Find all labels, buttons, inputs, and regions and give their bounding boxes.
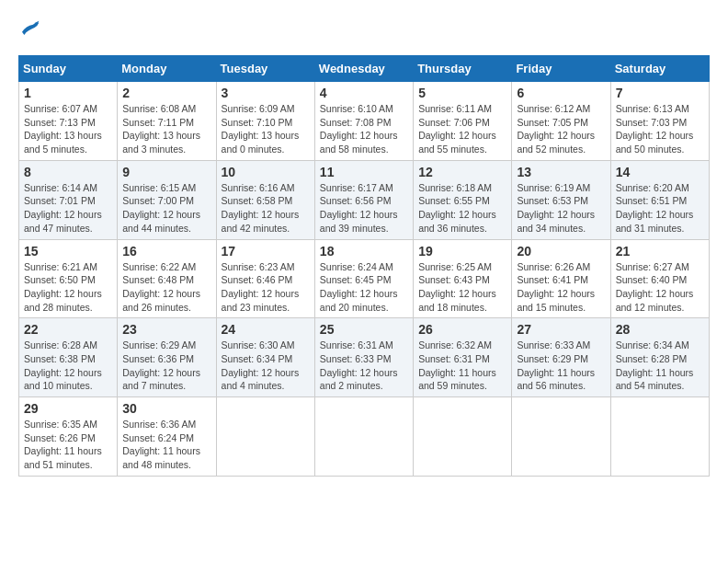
day-info: Sunrise: 6:35 AM Sunset: 6:26 PM Dayligh…	[24, 418, 112, 472]
day-info: Sunrise: 6:12 AM Sunset: 7:05 PM Dayligh…	[517, 102, 605, 156]
calendar-table: SundayMondayTuesdayWednesdayThursdayFrid…	[18, 55, 710, 477]
calendar-day-8: 8 Sunrise: 6:14 AM Sunset: 7:01 PM Dayli…	[19, 160, 118, 239]
day-number: 5	[418, 86, 506, 100]
day-number: 6	[517, 86, 605, 100]
day-number: 25	[320, 322, 408, 337]
day-number: 3	[222, 86, 310, 100]
day-info: Sunrise: 6:11 AM Sunset: 7:06 PM Dayligh…	[418, 102, 506, 156]
logo-icon	[18, 18, 40, 40]
day-number: 7	[616, 86, 704, 100]
calendar-week-4: 22 Sunrise: 6:28 AM Sunset: 6:38 PM Dayl…	[19, 318, 710, 397]
calendar-day-19: 19 Sunrise: 6:25 AM Sunset: 6:43 PM Dayl…	[414, 239, 512, 318]
day-info: Sunrise: 6:24 AM Sunset: 6:45 PM Dayligh…	[320, 260, 408, 315]
calendar-day-15: 15 Sunrise: 6:21 AM Sunset: 6:50 PM Dayl…	[19, 239, 118, 318]
day-info: Sunrise: 6:09 AM Sunset: 7:10 PM Dayligh…	[222, 102, 310, 156]
calendar-day-6: 6 Sunrise: 6:12 AM Sunset: 7:05 PM Dayli…	[512, 82, 610, 161]
calendar-day-13: 13 Sunrise: 6:19 AM Sunset: 6:53 PM Dayl…	[512, 160, 610, 239]
calendar-week-5: 29 Sunrise: 6:35 AM Sunset: 6:26 PM Dayl…	[19, 397, 710, 477]
weekday-header-monday: Monday	[118, 56, 216, 82]
calendar-day-16: 16 Sunrise: 6:22 AM Sunset: 6:48 PM Dayl…	[118, 239, 216, 318]
calendar-week-2: 8 Sunrise: 6:14 AM Sunset: 7:01 PM Dayli…	[19, 160, 710, 239]
day-number: 30	[122, 401, 210, 416]
day-info: Sunrise: 6:21 AM Sunset: 6:50 PM Dayligh…	[24, 260, 112, 315]
empty-cell	[414, 397, 512, 477]
calendar-day-26: 26 Sunrise: 6:32 AM Sunset: 6:31 PM Dayl…	[414, 318, 512, 397]
calendar-day-25: 25 Sunrise: 6:31 AM Sunset: 6:33 PM Dayl…	[314, 318, 413, 397]
day-number: 23	[122, 322, 210, 337]
calendar-day-7: 7 Sunrise: 6:13 AM Sunset: 7:03 PM Dayli…	[610, 82, 709, 161]
calendar-day-10: 10 Sunrise: 6:16 AM Sunset: 6:58 PM Dayl…	[216, 160, 314, 239]
day-number: 1	[24, 86, 112, 100]
calendar-day-20: 20 Sunrise: 6:26 AM Sunset: 6:41 PM Dayl…	[512, 239, 610, 318]
weekday-header-saturday: Saturday	[610, 56, 709, 82]
empty-cell	[610, 397, 709, 477]
day-number: 9	[122, 165, 210, 179]
weekday-header-thursday: Thursday	[414, 56, 512, 82]
day-info: Sunrise: 6:36 AM Sunset: 6:24 PM Dayligh…	[122, 418, 210, 472]
weekday-header-wednesday: Wednesday	[314, 56, 413, 82]
calendar-day-24: 24 Sunrise: 6:30 AM Sunset: 6:34 PM Dayl…	[216, 318, 314, 397]
calendar-week-3: 15 Sunrise: 6:21 AM Sunset: 6:50 PM Dayl…	[19, 239, 710, 318]
day-number: 8	[24, 165, 112, 179]
day-number: 21	[616, 244, 704, 259]
day-number: 20	[517, 244, 605, 259]
calendar-day-14: 14 Sunrise: 6:20 AM Sunset: 6:51 PM Dayl…	[610, 160, 709, 239]
day-number: 11	[320, 165, 408, 179]
weekday-header-tuesday: Tuesday	[216, 56, 314, 82]
day-info: Sunrise: 6:10 AM Sunset: 7:08 PM Dayligh…	[320, 102, 408, 156]
day-info: Sunrise: 6:16 AM Sunset: 6:58 PM Dayligh…	[222, 181, 310, 236]
day-number: 27	[517, 322, 605, 337]
day-info: Sunrise: 6:07 AM Sunset: 7:13 PM Dayligh…	[24, 102, 112, 156]
day-info: Sunrise: 6:27 AM Sunset: 6:40 PM Dayligh…	[616, 260, 704, 315]
calendar-day-1: 1 Sunrise: 6:07 AM Sunset: 7:13 PM Dayli…	[19, 82, 118, 161]
logo	[18, 18, 44, 40]
calendar-day-3: 3 Sunrise: 6:09 AM Sunset: 7:10 PM Dayli…	[216, 82, 314, 161]
day-info: Sunrise: 6:23 AM Sunset: 6:46 PM Dayligh…	[222, 260, 310, 315]
day-info: Sunrise: 6:26 AM Sunset: 6:41 PM Dayligh…	[517, 260, 605, 315]
day-info: Sunrise: 6:29 AM Sunset: 6:36 PM Dayligh…	[122, 339, 210, 393]
day-info: Sunrise: 6:32 AM Sunset: 6:31 PM Dayligh…	[418, 339, 506, 393]
calendar-day-12: 12 Sunrise: 6:18 AM Sunset: 6:55 PM Dayl…	[414, 160, 512, 239]
empty-cell	[216, 397, 314, 477]
calendar-day-30: 30 Sunrise: 6:36 AM Sunset: 6:24 PM Dayl…	[118, 397, 216, 477]
day-number: 2	[122, 86, 210, 100]
day-info: Sunrise: 6:13 AM Sunset: 7:03 PM Dayligh…	[616, 102, 704, 156]
calendar-day-9: 9 Sunrise: 6:15 AM Sunset: 7:00 PM Dayli…	[118, 160, 216, 239]
day-info: Sunrise: 6:30 AM Sunset: 6:34 PM Dayligh…	[222, 339, 310, 393]
day-info: Sunrise: 6:18 AM Sunset: 6:55 PM Dayligh…	[418, 181, 506, 236]
day-number: 24	[222, 322, 310, 337]
calendar-day-2: 2 Sunrise: 6:08 AM Sunset: 7:11 PM Dayli…	[118, 82, 216, 161]
day-info: Sunrise: 6:34 AM Sunset: 6:28 PM Dayligh…	[616, 339, 704, 393]
calendar-day-5: 5 Sunrise: 6:11 AM Sunset: 7:06 PM Dayli…	[414, 82, 512, 161]
empty-cell	[314, 397, 413, 477]
calendar-day-18: 18 Sunrise: 6:24 AM Sunset: 6:45 PM Dayl…	[314, 239, 413, 318]
day-number: 14	[616, 165, 704, 179]
day-info: Sunrise: 6:19 AM Sunset: 6:53 PM Dayligh…	[517, 181, 605, 236]
day-info: Sunrise: 6:25 AM Sunset: 6:43 PM Dayligh…	[418, 260, 506, 315]
day-info: Sunrise: 6:22 AM Sunset: 6:48 PM Dayligh…	[122, 260, 210, 315]
day-number: 4	[320, 86, 408, 100]
day-info: Sunrise: 6:08 AM Sunset: 7:11 PM Dayligh…	[122, 102, 210, 156]
day-number: 17	[222, 244, 310, 259]
calendar-day-23: 23 Sunrise: 6:29 AM Sunset: 6:36 PM Dayl…	[118, 318, 216, 397]
calendar-day-29: 29 Sunrise: 6:35 AM Sunset: 6:26 PM Dayl…	[19, 397, 118, 477]
day-number: 28	[616, 322, 704, 337]
day-number: 22	[24, 322, 112, 337]
day-number: 12	[418, 165, 506, 179]
weekday-header-sunday: Sunday	[19, 56, 118, 82]
calendar-week-1: 1 Sunrise: 6:07 AM Sunset: 7:13 PM Dayli…	[19, 82, 710, 161]
calendar-day-11: 11 Sunrise: 6:17 AM Sunset: 6:56 PM Dayl…	[314, 160, 413, 239]
weekday-header-friday: Friday	[512, 56, 610, 82]
day-number: 26	[418, 322, 506, 337]
day-number: 19	[418, 244, 506, 259]
day-info: Sunrise: 6:17 AM Sunset: 6:56 PM Dayligh…	[320, 181, 408, 236]
day-info: Sunrise: 6:31 AM Sunset: 6:33 PM Dayligh…	[320, 339, 408, 393]
day-number: 29	[24, 401, 112, 416]
day-number: 13	[517, 165, 605, 179]
calendar-day-27: 27 Sunrise: 6:33 AM Sunset: 6:29 PM Dayl…	[512, 318, 610, 397]
calendar-day-4: 4 Sunrise: 6:10 AM Sunset: 7:08 PM Dayli…	[314, 82, 413, 161]
day-info: Sunrise: 6:20 AM Sunset: 6:51 PM Dayligh…	[616, 181, 704, 236]
empty-cell	[512, 397, 610, 477]
page-header	[18, 18, 710, 40]
calendar-header-row: SundayMondayTuesdayWednesdayThursdayFrid…	[19, 56, 710, 82]
